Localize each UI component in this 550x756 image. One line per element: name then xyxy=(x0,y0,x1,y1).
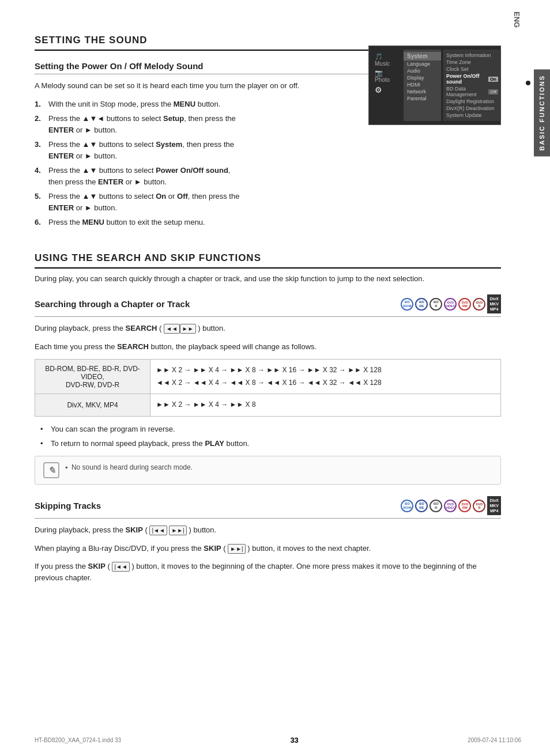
menu-screenshot: 🎵 Music 📷 Photo ⚙ System Language Au xyxy=(368,46,501,125)
skip-para2: When playing a Blu-ray Disc/DVD, if you … xyxy=(35,543,501,554)
step-1-text: With the unit in Stop mode, press the ME… xyxy=(48,99,220,110)
disc-bd-rom-2: BDROM xyxy=(401,500,413,512)
disc-icons-row-search: BDROM BDRE BDR DVDVIDEO DVDRW DVDR DivXM… xyxy=(401,294,501,313)
disc-icons-row-skip: BDROM BDRE BDR DVDVIDEO DVDRW DVDR DivXM… xyxy=(401,496,501,515)
step-4: 4. Press the ▲▼ buttons to select Power … xyxy=(35,165,501,187)
disc-dvd-r-2: DVDR xyxy=(473,500,485,512)
bullet-1: • You can scan the program in reverse. xyxy=(40,424,501,435)
disc-dvd-video: DVDVIDEO xyxy=(444,298,457,311)
step-6-text: Press the MENU button to exit the setup … xyxy=(48,217,205,228)
disc-dvd-rw-2: DVDRW xyxy=(458,500,471,512)
bullet-2: • To return to normal speed playback, pr… xyxy=(40,438,501,449)
page-number: 33 xyxy=(290,736,298,744)
note-icon: ✎ xyxy=(43,462,59,478)
step-4-text: Press the ▲▼ buttons to select Power On/… xyxy=(48,165,230,187)
divx-badge-search: DivXMKVMP4 xyxy=(487,294,501,313)
corner-mark-tr: ENG xyxy=(513,12,521,28)
skip-subtitle: Skipping Tracks xyxy=(35,501,101,511)
search-table-row2-left: DivX, MKV, MP4 xyxy=(35,394,150,417)
section1-content: 🎵 Music 📷 Photo ⚙ System Language Au xyxy=(35,80,501,235)
skip-fwd-sym2: ►►| xyxy=(228,544,245,554)
skip-para3: If you press the SKIP ( |◄◄ ) button, it… xyxy=(35,561,501,583)
search-subtitle: Searching through a Chapter or Track xyxy=(35,299,190,309)
side-tab-dot xyxy=(526,81,530,85)
note-box: ✎ ▪ No sound is heard during search mode… xyxy=(35,456,501,485)
divx-badge-skip: DivXMKVMP4 xyxy=(487,496,501,515)
search-fwd-btn: ◄◄ xyxy=(164,324,180,334)
search-table-row2-right: ►► X 2 → ►► X 4 → ►► X 8 xyxy=(150,394,501,417)
skip-rew-sym2: |◄◄ xyxy=(112,562,129,572)
skip-rew-sym: ►►| xyxy=(169,526,186,535)
disc-bd-r-2: BDR xyxy=(430,500,442,512)
skip-title-row: Skipping Tracks BDROM BDRE BDR DVDVIDEO … xyxy=(35,496,501,519)
section2-intro: During play, you can search quickly thro… xyxy=(35,273,501,285)
step-1-num: 1. xyxy=(35,99,46,110)
bullet-dot-1: • xyxy=(40,424,48,435)
page-footer: HT-BD8200_XAA_0724-1.indd 33 33 2009-07-… xyxy=(0,736,550,744)
disc-dvd-rw: DVDRW xyxy=(458,298,471,311)
step-2: 2. Press the ▲▼◄ buttons to select Setup… xyxy=(35,113,357,135)
side-tab: BASIC FUNCTIONS xyxy=(534,69,550,156)
step-5: 5. Press the ▲▼ buttons to select On or … xyxy=(35,191,501,213)
disc-dvd-r: DVDR xyxy=(473,298,485,311)
skip-para1: During playback, press the SKIP ( |◄◄ ►►… xyxy=(35,524,501,536)
footer-right: 2009-07-24 11:10:06 xyxy=(468,737,521,743)
section2-wrapper: USING THE SEARCH AND SKIP FUNCTIONS Duri… xyxy=(35,252,501,584)
skip-fwd-sym: |◄◄ xyxy=(149,526,167,535)
search-table-row1-left: BD-ROM, BD-RE, BD-R, DVD-VIDEO,DVD-RW, D… xyxy=(35,360,150,394)
search-para1: During playback, press the SEARCH ( ◄◄►►… xyxy=(35,323,501,334)
step-3-num: 3. xyxy=(35,139,46,161)
disc-bd-re-2: BDRE xyxy=(415,500,428,512)
bullet-1-text: You can scan the program in reverse. xyxy=(51,424,175,435)
search-title-row: Searching through a Chapter or Track BDR… xyxy=(35,294,501,317)
bullet-dot-2: • xyxy=(40,438,48,449)
step-5-num: 5. xyxy=(35,191,46,213)
search-para2: Each time you press the SEARCH button, t… xyxy=(35,341,501,353)
search-table: BD-ROM, BD-RE, BD-R, DVD-VIDEO,DVD-RW, D… xyxy=(35,359,501,417)
step-6: 6. Press the MENU button to exit the set… xyxy=(35,217,501,228)
step-4-num: 4. xyxy=(35,165,46,187)
note-text: ▪ No sound is heard during search mode. xyxy=(65,462,193,472)
step-5-text: Press the ▲▼ buttons to select On or Off… xyxy=(48,191,239,213)
disc-dvd-video-2: DVDVIDEO xyxy=(444,500,457,512)
step-3: 3. Press the ▲▼ buttons to select System… xyxy=(35,139,501,161)
step-1: 1. With the unit in Stop mode, press the… xyxy=(35,99,357,110)
search-table-row1-right: ►► X 2 → ►► X 4 → ►► X 8 → ►► X 16 → ►► … xyxy=(150,360,501,394)
search-bullets: • You can scan the program in reverse. •… xyxy=(40,424,501,449)
footer-left: HT-BD8200_XAA_0724-1.indd 33 xyxy=(35,737,121,743)
disc-bd-re: BDRE xyxy=(415,298,428,311)
disc-bd-r: BDR xyxy=(430,298,442,311)
section2-title: USING THE SEARCH AND SKIP FUNCTIONS xyxy=(35,252,501,269)
step-3-text: Press the ▲▼ buttons to select System, t… xyxy=(48,139,234,161)
search-rew-btn: ►► xyxy=(180,324,196,334)
sub1-title: Setting the Power On / Off Melody Sound xyxy=(35,61,204,71)
step-6-num: 6. xyxy=(35,217,46,228)
disc-bd-rom: BDROM xyxy=(401,298,413,311)
bullet-2-text: To return to normal speed playback, pres… xyxy=(51,438,249,449)
page-wrapper: ENG BASIC FUNCTIONS SETTING THE SOUND Se… xyxy=(0,0,550,756)
step-2-text: Press the ▲▼◄ buttons to select Setup, t… xyxy=(48,113,236,135)
search-table-row1: BD-ROM, BD-RE, BD-R, DVD-VIDEO,DVD-RW, D… xyxy=(35,360,501,394)
search-table-row2: DivX, MKV, MP4 ►► X 2 → ►► X 4 → ►► X 8 xyxy=(35,394,501,417)
content-area: SETTING THE SOUND Setting the Power On /… xyxy=(0,17,530,607)
step-2-num: 2. xyxy=(35,113,46,135)
